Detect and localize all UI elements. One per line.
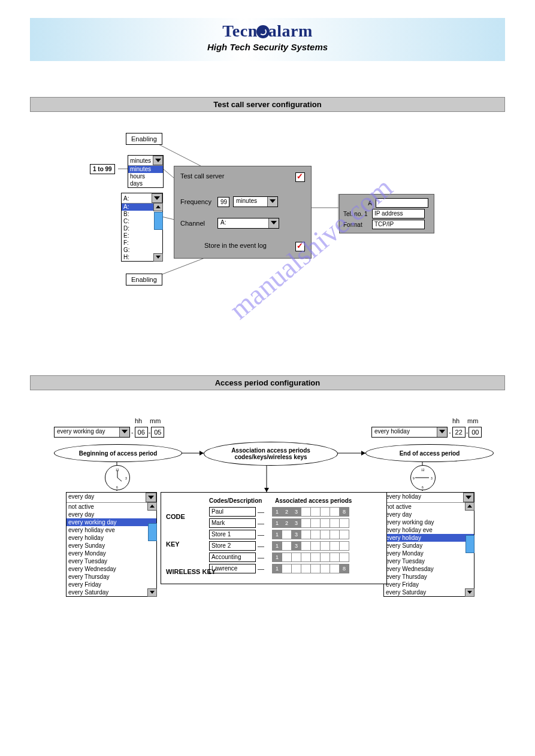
period-cell[interactable]: 1 (272, 564, 282, 573)
period-cell[interactable]: 8 (339, 564, 349, 573)
period-cell[interactable] (330, 552, 340, 562)
tel-no-field[interactable]: IP address (372, 209, 425, 218)
list-item[interactable]: every Sunday (384, 542, 474, 549)
period-cell[interactable] (301, 530, 311, 539)
scrollbar-thumb[interactable] (466, 535, 474, 553)
list-item[interactable]: every Monday (67, 549, 156, 557)
list-item[interactable]: every holiday eve (384, 526, 474, 534)
begin-options-list[interactable]: every day not activeevery dayevery worki… (66, 492, 157, 597)
list-item[interactable]: every Wednesday (67, 565, 156, 573)
period-cell[interactable] (310, 564, 321, 573)
end-mm-input[interactable]: 00 (468, 427, 482, 438)
channel-option[interactable]: E: (122, 232, 162, 239)
list-item[interactable]: not active (67, 503, 156, 511)
period-cell[interactable] (330, 530, 340, 539)
unit-dropdown[interactable]: minutes minutes hours days (128, 155, 164, 188)
frequency-unit-select[interactable]: minutes (233, 196, 278, 207)
period-cell[interactable] (320, 564, 330, 573)
chevron-down-icon[interactable] (267, 197, 277, 207)
channel-option[interactable]: F: (122, 239, 162, 247)
list-item[interactable]: every Friday (67, 581, 156, 588)
chevron-down-icon[interactable] (463, 493, 474, 502)
period-cell[interactable] (310, 507, 321, 517)
list-item[interactable]: every Friday (384, 581, 474, 588)
period-cell[interactable] (339, 541, 349, 551)
unit-option-hours[interactable]: hours (128, 173, 163, 180)
period-cell[interactable]: 3 (291, 507, 301, 517)
end-period-select[interactable]: every holiday (371, 427, 448, 438)
scroll-up-icon[interactable] (465, 502, 474, 511)
scroll-down-icon[interactable] (153, 253, 163, 262)
end-hh-input[interactable]: 22 (452, 427, 466, 438)
period-cell[interactable] (310, 518, 321, 528)
period-cell[interactable] (339, 530, 349, 539)
scroll-up-icon[interactable] (147, 502, 157, 511)
list-item[interactable]: every Wednesday (384, 565, 474, 573)
list-item[interactable]: every working day (67, 518, 156, 526)
unit-option-minutes[interactable]: minutes (128, 166, 163, 173)
list-item[interactable]: every Sunday (67, 542, 156, 549)
list-item[interactable]: every Monday (384, 549, 474, 557)
test-call-checkbox[interactable] (295, 172, 305, 182)
period-cell[interactable] (282, 541, 292, 551)
period-cell[interactable]: 3 (291, 541, 301, 551)
list-item[interactable]: every working day (384, 518, 474, 526)
frequency-input[interactable]: 99 (217, 197, 229, 207)
list-item[interactable]: every Saturday (67, 588, 156, 596)
period-cell[interactable] (282, 564, 292, 573)
period-cell[interactable]: 1 (272, 541, 282, 551)
period-cell[interactable] (301, 564, 311, 573)
list-item[interactable]: every holiday eve (67, 526, 156, 534)
period-cell[interactable] (282, 530, 292, 539)
period-cell[interactable] (330, 564, 340, 573)
chevron-down-icon[interactable] (146, 493, 156, 502)
period-cell[interactable]: 1 (272, 530, 282, 539)
period-cell[interactable] (282, 552, 292, 562)
list-item[interactable]: every Thursday (384, 573, 474, 581)
period-cell[interactable]: 8 (339, 507, 349, 517)
period-cell[interactable] (301, 552, 311, 562)
list-item[interactable]: every Thursday (67, 573, 156, 581)
period-cell[interactable] (301, 518, 311, 528)
list-item[interactable]: every day (67, 511, 156, 518)
channel-select[interactable]: A: (217, 218, 279, 229)
period-cell[interactable] (301, 541, 311, 551)
list-item[interactable]: every Tuesday (67, 557, 156, 565)
chevron-down-icon[interactable] (268, 218, 279, 228)
period-cell[interactable] (291, 564, 301, 573)
period-cell[interactable]: 3 (291, 518, 301, 528)
period-cell[interactable] (320, 541, 330, 551)
begin-period-select[interactable]: every working day (54, 427, 130, 438)
period-cell[interactable] (310, 541, 321, 551)
format-field[interactable]: TCP/IP (372, 220, 425, 229)
period-cell[interactable] (320, 530, 330, 539)
period-cell[interactable] (310, 552, 321, 562)
period-cell[interactable]: 1 (272, 552, 282, 562)
period-cell[interactable] (320, 518, 330, 528)
period-cell[interactable]: 1 (272, 507, 282, 517)
period-cell[interactable]: 1 (272, 518, 282, 528)
period-cell[interactable] (339, 552, 349, 562)
channel-listbox[interactable]: A: A: B: C: D: E: F: G: H: (121, 193, 163, 262)
end-options-list[interactable]: every holiday not activeevery dayevery w… (383, 492, 474, 597)
list-item[interactable]: not active (384, 503, 474, 511)
period-cell[interactable] (330, 507, 340, 517)
period-cell[interactable] (291, 552, 301, 562)
list-item[interactable]: every holiday (384, 534, 474, 542)
begin-mm-input[interactable]: 05 (151, 427, 164, 438)
scrollbar-thumb[interactable] (148, 523, 157, 541)
chevron-down-icon[interactable] (119, 427, 129, 437)
side-a-field[interactable] (376, 198, 428, 208)
chevron-down-icon[interactable] (153, 156, 163, 165)
period-cell[interactable] (330, 541, 340, 551)
scrollbar-thumb[interactable] (154, 212, 163, 230)
period-cell[interactable]: 2 (282, 518, 292, 528)
list-item[interactable]: every day (384, 511, 474, 518)
list-item[interactable]: every Saturday (384, 588, 474, 596)
begin-hh-input[interactable]: 06 (135, 427, 148, 438)
scroll-up-icon[interactable] (153, 203, 163, 211)
period-cell[interactable] (320, 552, 330, 562)
period-cell[interactable]: 3 (291, 530, 301, 539)
scroll-down-icon[interactable] (465, 588, 474, 597)
period-cell[interactable] (339, 518, 349, 528)
